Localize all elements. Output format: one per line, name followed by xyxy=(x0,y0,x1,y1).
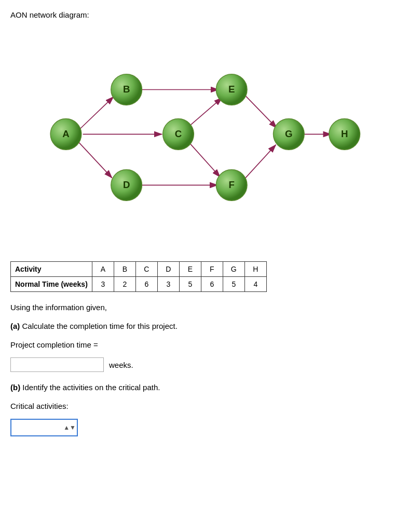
val-F: 6 xyxy=(201,277,223,292)
activity-table: Activity A B C D E F G H Normal Time (we… xyxy=(10,261,267,292)
val-E: 5 xyxy=(179,277,201,292)
svg-text:G: G xyxy=(285,128,293,139)
val-D: 3 xyxy=(157,277,179,292)
completion-input-line: weeks. xyxy=(10,357,398,372)
weeks-label: weeks. xyxy=(109,361,133,369)
completion-input[interactable] xyxy=(10,357,104,372)
question-b-text: Identify the activities on the critical … xyxy=(20,383,160,392)
val-H: 4 xyxy=(244,277,266,292)
network-diagram: A B C D E F G H xyxy=(22,28,386,246)
page-title: AON network diagram: xyxy=(10,10,398,19)
question-a-prefix: (a) xyxy=(10,322,20,330)
svg-text:F: F xyxy=(228,179,234,190)
question-b-prefix: (b) xyxy=(10,383,20,392)
critical-select-line: A, C, F, G, H A, B, E, G, H A, D, F, G, … xyxy=(10,419,398,436)
svg-line-6 xyxy=(189,143,220,177)
col-D: D xyxy=(157,262,179,277)
col-G: G xyxy=(223,262,244,277)
svg-line-9 xyxy=(244,145,276,179)
svg-line-1 xyxy=(79,97,113,129)
question-a: (a) Calculate the completion time for th… xyxy=(10,320,398,332)
svg-line-8 xyxy=(244,95,277,128)
val-B: 2 xyxy=(114,277,135,292)
svg-text:E: E xyxy=(228,84,235,95)
normal-time-header: Normal Time (weeks) xyxy=(11,277,92,292)
val-A: 3 xyxy=(92,277,114,292)
col-B: B xyxy=(114,262,135,277)
diagram-svg: A B C D E F G H xyxy=(22,28,386,246)
svg-text:A: A xyxy=(62,128,69,139)
col-H: H xyxy=(244,262,266,277)
activity-header: Activity xyxy=(11,262,92,277)
svg-text:B: B xyxy=(123,84,130,95)
val-C: 6 xyxy=(135,277,157,292)
svg-text:H: H xyxy=(341,128,348,139)
col-E: E xyxy=(179,262,201,277)
normal-time-row: Normal Time (weeks) 3 2 6 3 5 6 5 4 xyxy=(11,277,267,292)
col-F: F xyxy=(201,262,223,277)
question-b: (b) Identify the activities on the criti… xyxy=(10,381,398,394)
svg-line-3 xyxy=(78,141,112,178)
svg-line-5 xyxy=(189,98,222,126)
col-C: C xyxy=(135,262,157,277)
intro-text: Using the information given, xyxy=(10,301,398,314)
col-A: A xyxy=(92,262,114,277)
question-a-text: Calculate the completion time for this p… xyxy=(20,322,177,330)
val-G: 5 xyxy=(223,277,244,292)
svg-text:C: C xyxy=(175,128,182,139)
completion-label: Project completion time = xyxy=(10,339,398,351)
critical-select-wrapper[interactable]: A, C, F, G, H A, B, E, G, H A, D, F, G, … xyxy=(10,419,78,436)
critical-label: Critical activities: xyxy=(10,400,398,413)
svg-text:D: D xyxy=(123,179,130,190)
critical-activities-select[interactable]: A, C, F, G, H A, B, E, G, H A, D, F, G, … xyxy=(10,419,78,436)
table-header-row: Activity A B C D E F G H xyxy=(11,262,267,277)
